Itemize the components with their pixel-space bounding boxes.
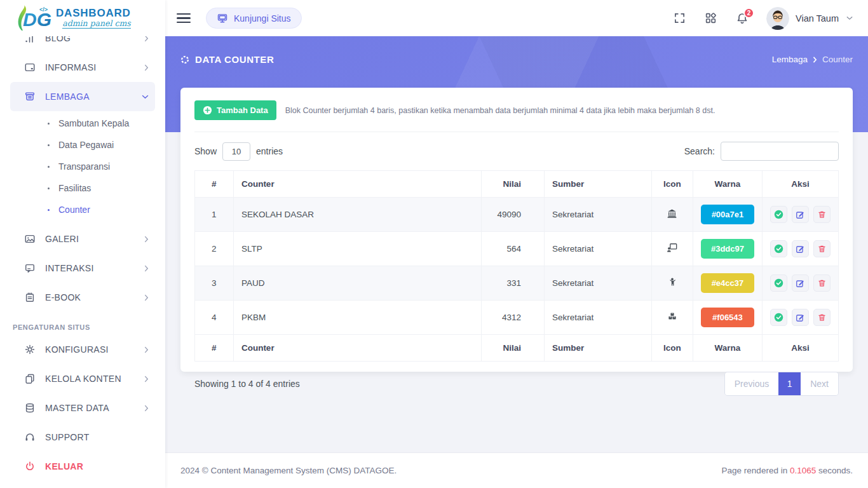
breadcrumb-current: Counter — [822, 55, 853, 64]
edit-button[interactable] — [792, 274, 809, 292]
submenu-label: Transparansi — [58, 161, 110, 172]
pagination-next[interactable]: Next — [801, 372, 838, 395]
visit-site-button[interactable]: Kunjungi Situs — [206, 8, 302, 29]
chevron-down-icon — [846, 16, 853, 20]
col-footer-sumber: Sumber — [544, 335, 651, 362]
chalkboard-user-icon — [651, 232, 693, 266]
edit-icon — [796, 279, 804, 288]
sidebar-item-ebook[interactable]: E-BOOK — [10, 283, 155, 312]
edit-button[interactable] — [792, 309, 809, 326]
col-header-aksi[interactable]: Aksi — [762, 171, 838, 198]
sidebar-item-konfigurasi[interactable]: KONFIGURASI — [10, 335, 155, 364]
wallet-icon — [24, 62, 36, 73]
table-row: 3 PAUD 331 Sekretariat #e4cc37 — [195, 266, 839, 301]
edit-button[interactable] — [792, 206, 809, 223]
col-header-icon[interactable]: Icon — [651, 171, 693, 198]
col-footer-counter: Counter — [233, 335, 481, 362]
sidebar-item-galeri[interactable]: GALERI — [10, 224, 155, 254]
sidebar-item-support[interactable]: SUPPORT — [10, 423, 155, 452]
edit-button[interactable] — [792, 240, 809, 257]
chat-icon — [24, 262, 36, 274]
chevron-right-icon — [144, 294, 149, 301]
approve-button[interactable] — [770, 206, 787, 223]
topbar: Kunjungi Situs 2 — [165, 0, 868, 36]
counter-source: Sekretariat — [544, 198, 651, 232]
delete-button[interactable] — [813, 309, 831, 326]
counter-table: # Counter Nilai Sumber Icon Warna Aksi 1… — [194, 170, 839, 362]
sidebar-item-kelola-konten[interactable]: KELOLA KONTEN — [10, 364, 155, 393]
row-number: 2 — [195, 232, 234, 266]
counter-name: SLTP — [233, 232, 481, 266]
pagination-previous[interactable]: Previous — [725, 372, 778, 395]
color-badge: #00a7e1 — [701, 205, 754, 224]
col-header-no[interactable]: # — [195, 171, 234, 198]
sidebar-item-interaksi[interactable]: INTERAKSI — [10, 254, 155, 283]
brand-code-glyph: </> — [39, 6, 48, 13]
delete-button[interactable] — [813, 240, 831, 257]
counter-value: 49090 — [481, 198, 544, 232]
sidebar-item-label: KELUAR — [45, 461, 149, 471]
footer-copyright: 2024 © Content Management System (CMS) D… — [180, 466, 397, 475]
notifications-bell-icon[interactable]: 2 — [736, 12, 749, 25]
breadcrumb-parent[interactable]: Lembaga — [772, 55, 808, 64]
bullet-icon — [48, 166, 50, 168]
archive-box-icon — [24, 91, 36, 102]
check-circle-icon — [774, 244, 783, 254]
sidebar-item-master-data[interactable]: MASTER DATA — [10, 393, 155, 423]
entries-label: entries — [256, 146, 283, 156]
row-number: 4 — [195, 301, 234, 335]
bullet-icon — [48, 187, 50, 189]
breadcrumb-chevron-icon — [813, 57, 817, 63]
delete-button[interactable] — [813, 206, 831, 223]
counter-name: PAUD — [233, 266, 481, 301]
col-header-counter[interactable]: Counter — [233, 171, 481, 198]
sidebar-item-informasi[interactable]: INFORMASI — [10, 53, 155, 82]
approve-button[interactable] — [770, 274, 787, 292]
plus-circle-icon — [203, 105, 212, 115]
chevron-down-icon — [142, 95, 149, 99]
col-footer-nilai: Nilai — [481, 335, 544, 362]
apps-grid-icon[interactable] — [705, 12, 717, 24]
check-circle-icon — [774, 313, 783, 322]
approve-button[interactable] — [770, 240, 787, 257]
approve-button[interactable] — [770, 309, 787, 326]
col-header-nilai[interactable]: Nilai — [481, 171, 544, 198]
footer-render-info: Page rendered in 0.1065 seconds. — [722, 466, 853, 475]
sidebar-subitem-sambutan-kepala[interactable]: Sambutan Kepala — [0, 112, 165, 134]
monitor-icon — [217, 13, 228, 24]
fullscreen-icon[interactable] — [674, 12, 686, 24]
chevron-right-icon — [144, 405, 149, 412]
copy-pages-icon — [24, 373, 36, 384]
search-input[interactable] — [721, 142, 839, 161]
brand-subtitle: admin panel cms — [62, 20, 130, 29]
sidebar-item-keluar[interactable]: KELUAR — [10, 452, 155, 481]
page-length-select[interactable] — [222, 142, 250, 161]
delete-button[interactable] — [813, 274, 831, 292]
color-badge: #f06543 — [701, 308, 754, 327]
sidebar-subitem-transparansi[interactable]: Transparansi — [0, 156, 165, 177]
render-time: 0.1065 — [790, 466, 816, 475]
sidebar-subitem-counter[interactable]: Counter — [0, 199, 165, 220]
sidebar-subitem-fasilitas[interactable]: Fasilitas — [0, 177, 165, 199]
table-row: 2 SLTP 564 Sekretariat #3ddc97 — [195, 232, 839, 266]
counter-info-text: Blok Counter berjumlah 4 baris, pastikan… — [285, 106, 715, 115]
menu-toggle-icon[interactable] — [177, 13, 191, 24]
sidebar-item-label: INTERAKSI — [45, 263, 135, 273]
user-name: Vian Taum — [796, 13, 839, 24]
pagination-page-1[interactable]: 1 — [778, 372, 801, 395]
brand-logo[interactable]: DG </> DASHBOARD admin panel cms — [0, 0, 165, 36]
bullet-icon — [48, 144, 50, 146]
gear-icon — [24, 344, 36, 355]
sidebar-item-lembaga[interactable]: LEMBAGA — [10, 82, 155, 111]
sidebar-item-label: KELOLA KONTEN — [45, 374, 135, 384]
submenu-label: Data Pegawai — [58, 140, 114, 150]
brand-title: DASHBOARD — [56, 8, 131, 18]
add-data-button[interactable]: Tambah Data — [194, 100, 276, 120]
sidebar-subitem-data-pegawai[interactable]: Data Pegawai — [0, 134, 165, 156]
counter-value: 331 — [481, 266, 544, 301]
sidebar: DG </> DASHBOARD admin panel cms BLOG — [0, 0, 165, 488]
col-header-sumber[interactable]: Sumber — [544, 171, 651, 198]
user-menu[interactable]: Vian Taum — [766, 7, 853, 30]
col-header-warna[interactable]: Warna — [693, 171, 762, 198]
notification-badge: 2 — [743, 8, 754, 18]
